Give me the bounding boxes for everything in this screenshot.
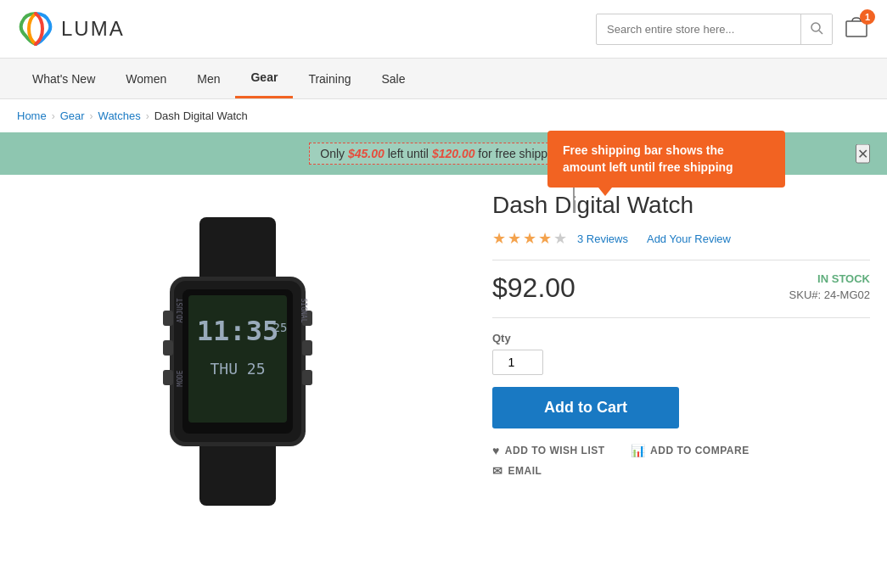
product-image: 11:35 25 THU 25 ADJUST MODE SIGNAL	[110, 209, 365, 514]
header: LUMA 1	[0, 0, 887, 59]
svg-point-1	[811, 23, 820, 31]
shipping-amount2: $120.00	[432, 147, 475, 160]
star-5: ★	[553, 229, 567, 248]
svg-text:11:35: 11:35	[197, 315, 278, 347]
star-3: ★	[523, 229, 536, 248]
svg-text:THU 25: THU 25	[210, 360, 265, 378]
compare-icon: 📊	[631, 444, 646, 457]
svg-rect-12	[163, 370, 173, 385]
main-nav: What's New Women Men Gear Training Sale	[0, 59, 887, 99]
search-icon	[810, 21, 823, 35]
star-rating: ★ ★ ★ ★ ★	[492, 229, 567, 248]
qty-row: Qty	[492, 332, 870, 375]
logo-area: LUMA	[17, 10, 125, 48]
breadcrumb: Home › Gear › Watches › Dash Digital Wat…	[0, 99, 887, 132]
heart-icon: ♥	[492, 444, 500, 457]
stock-status: IN STOCK	[789, 272, 870, 285]
shipping-amount1: $45.00	[348, 147, 385, 160]
nav-item-men[interactable]: Men	[182, 60, 235, 98]
breadcrumb-sep-2: ›	[90, 110, 93, 122]
svg-rect-15	[302, 370, 312, 385]
svg-line-2	[819, 31, 822, 34]
nav-item-sale[interactable]: Sale	[366, 60, 420, 98]
breadcrumb-watches[interactable]: Watches	[98, 109, 141, 122]
add-to-cart-button[interactable]: Add to Cart	[492, 387, 679, 428]
search-input[interactable]	[597, 16, 800, 42]
reviews-link[interactable]: 3 Reviews	[577, 232, 628, 245]
breadcrumb-home[interactable]: Home	[17, 109, 47, 122]
price-row: $92.00 IN STOCK SKU#: 24-MG02	[492, 272, 870, 318]
qty-input[interactable]	[492, 350, 543, 375]
svg-rect-5	[199, 438, 276, 506]
svg-text:25: 25	[273, 321, 288, 334]
email-link[interactable]: ✉ EMAIL	[492, 464, 542, 478]
cart-badge: 1	[860, 9, 875, 25]
compare-link[interactable]: 📊 ADD TO COMPARE	[631, 444, 749, 457]
product-title: Dash Digital Watch	[492, 192, 870, 219]
rating-row: ★ ★ ★ ★ ★ 3 Reviews Add Your Review	[492, 229, 870, 260]
cart-icon-wrap: 1	[843, 14, 870, 44]
search-button[interactable]	[800, 14, 832, 44]
product-sku: SKU#: 24-MG02	[789, 288, 870, 301]
shipping-bar-message: Only $45.00 left until $120.00 for free …	[309, 143, 577, 165]
nav-wrapper: What's New Women Men Gear Training Sale …	[0, 59, 887, 99]
cart-area[interactable]: 1	[843, 14, 870, 44]
qty-label: Qty	[492, 332, 870, 344]
svg-rect-11	[163, 340, 173, 356]
shipping-prefix: Only	[320, 147, 348, 160]
action-row-1: ♥ ADD TO WISH LIST 📊 ADD TO COMPARE	[492, 444, 870, 457]
product-details: Dash Digital Watch ★ ★ ★ ★ ★ 3 Reviews A…	[492, 192, 870, 531]
breadcrumb-current: Dash Digital Watch	[154, 109, 248, 122]
breadcrumb-gear[interactable]: Gear	[60, 109, 85, 122]
nav-item-women[interactable]: Women	[110, 60, 182, 98]
svg-text:SIGNAL: SIGNAL	[300, 299, 307, 323]
logo-text: LUMA	[61, 17, 125, 41]
wishlist-link[interactable]: ♥ ADD TO WISH LIST	[492, 444, 605, 457]
star-1: ★	[492, 229, 506, 248]
sku-label: SKU#:	[789, 288, 822, 301]
shipping-bar-close[interactable]: ✕	[856, 144, 870, 164]
svg-text:ADJUST: ADJUST	[177, 298, 184, 322]
search-box	[596, 14, 833, 45]
shipping-bar-tooltip: Free shipping bar shows the amount left …	[547, 131, 785, 188]
sku-value: 24-MG02	[824, 288, 870, 301]
action-row-2: ✉ EMAIL	[492, 464, 870, 478]
email-icon: ✉	[492, 464, 503, 478]
nav-item-gear[interactable]: Gear	[235, 59, 293, 98]
shipping-middle: left until	[385, 147, 432, 160]
nav-item-whats-new[interactable]: What's New	[17, 60, 110, 98]
action-links: ♥ ADD TO WISH LIST 📊 ADD TO COMPARE ✉ EM…	[492, 444, 870, 478]
luma-logo-icon	[17, 10, 54, 48]
breadcrumb-sep-3: ›	[146, 110, 149, 122]
svg-rect-14	[302, 340, 312, 356]
star-4: ★	[538, 229, 552, 248]
product-image-area: 11:35 25 THU 25 ADJUST MODE SIGNAL	[17, 192, 458, 531]
svg-rect-10	[163, 311, 173, 326]
svg-rect-4	[199, 217, 276, 285]
breadcrumb-sep-1: ›	[52, 110, 55, 122]
product-price: $92.00	[492, 272, 575, 304]
nav-item-training[interactable]: Training	[293, 60, 366, 98]
header-right: 1	[596, 14, 870, 45]
stock-sku: IN STOCK SKU#: 24-MG02	[789, 272, 870, 301]
add-review-link[interactable]: Add Your Review	[647, 232, 731, 245]
star-2: ★	[508, 229, 521, 248]
main-content: 11:35 25 THU 25 ADJUST MODE SIGNAL Dash …	[0, 175, 887, 548]
svg-text:MODE: MODE	[177, 370, 184, 386]
